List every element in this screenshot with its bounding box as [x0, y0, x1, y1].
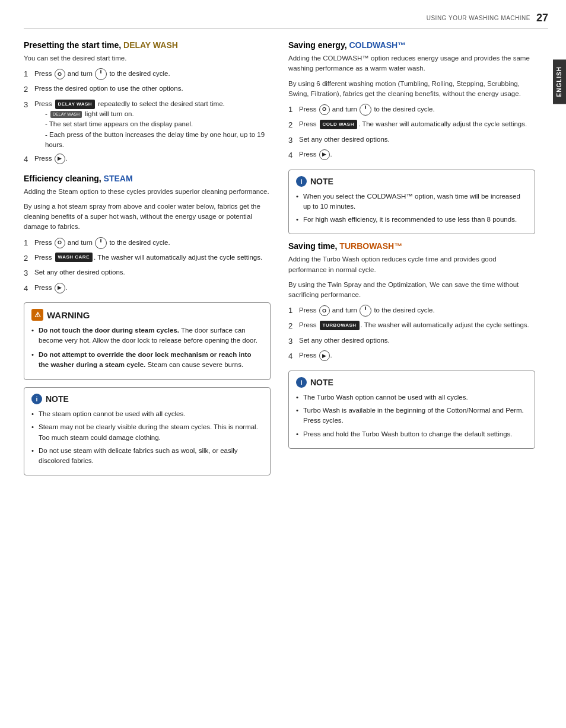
- dial-icon: [360, 104, 371, 116]
- step-item: 2 Press the desired option to use the ot…: [24, 84, 271, 95]
- step-item: 3 Set any other desired options.: [288, 135, 535, 146]
- step-item: 1 Press O and turn to the desired cycle.: [24, 237, 271, 249]
- presetting-section: Presetting the start time, DELAY WASH Yo…: [24, 40, 271, 165]
- left-column: Presetting the start time, DELAY WASH Yo…: [24, 40, 271, 483]
- saving-time-highlight: TURBOWASH™: [339, 241, 402, 251]
- step-item: 4 Press ▶.: [24, 154, 271, 165]
- play-icon: ▶: [55, 154, 65, 164]
- step-item: 4 Press ▶.: [288, 149, 535, 161]
- o-button-icon: O: [55, 69, 65, 79]
- note-content: The steam option cannot be used with all…: [31, 409, 263, 466]
- presetting-highlight: DELAY WASH: [123, 40, 178, 50]
- note-content: When you select the COLDWASH™ option, wa…: [296, 191, 527, 225]
- efficiency-desc2: By using a hot steam spray from above an…: [24, 202, 271, 232]
- note-item: Press and hold the Turbo Wash button to …: [296, 429, 527, 439]
- efficiency-highlight: STEAM: [104, 174, 133, 183]
- step-item: 2 Press WASH CARE. The washer will autom…: [24, 253, 271, 264]
- warning-item: Do not touch the door during steam cycle…: [31, 325, 263, 346]
- warning-icon: ⚠: [31, 309, 43, 321]
- warning-content: Do not touch the door during steam cycle…: [31, 325, 263, 370]
- efficiency-steps: 1 Press O and turn to the desired cycle.…: [24, 237, 271, 295]
- step-item: 2 Press TURBOWASH. The washer will autom…: [288, 320, 535, 332]
- note-item: Do not use steam with delicate fabrics s…: [31, 446, 263, 467]
- warning-box: ⚠ WARNING Do not touch the door during s…: [24, 302, 271, 380]
- efficiency-desc1: Adding the Steam option to these cycles …: [24, 187, 271, 197]
- play-icon: ▶: [319, 149, 330, 160]
- note-title: i NOTE: [296, 176, 527, 187]
- saving-energy-desc1: Adding the COLDWASH™ option reduces ener…: [288, 53, 535, 74]
- saving-time-section: Saving time, TURBOWASH™ Adding the Turbo…: [288, 241, 535, 362]
- saving-time-desc2: By using the Twin Spray and the Optimiza…: [288, 280, 535, 301]
- play-icon: ▶: [319, 350, 330, 361]
- note-title: i NOTE: [31, 394, 263, 404]
- saving-energy-highlight: COLDWASH™: [349, 40, 406, 50]
- note-icon: i: [296, 377, 307, 388]
- note-item: The Turbo Wash option cannot be used wit…: [296, 392, 527, 403]
- note-box-2: i NOTE When you select the COLDWASH™ opt…: [288, 170, 535, 235]
- saving-time-steps: 1 Press O and turn to the desired cycle.…: [288, 305, 535, 362]
- note-content: The Turbo Wash option cannot be used wit…: [296, 392, 527, 439]
- note-title: i NOTE: [296, 377, 527, 388]
- step-item: 3 Set any other desired options.: [288, 336, 535, 347]
- right-column: Saving energy, COLDWASH™ Adding the COLD…: [288, 40, 535, 483]
- step-item: 1 Press O and turn to the desired cycle.: [288, 305, 535, 317]
- step-item: 2 Press COLD WASH. The washer will autom…: [288, 119, 535, 131]
- dial-icon: [360, 305, 371, 317]
- turbowash-button-label: TURBOWASH: [320, 321, 360, 330]
- note-icon: i: [296, 176, 307, 187]
- wash-care-button-label: WASH CARE: [55, 253, 93, 262]
- cold-wash-button-label: COLD WASH: [320, 120, 357, 129]
- note-box-3: i NOTE The Turbo Wash option cannot be u…: [288, 371, 535, 449]
- page-container: USING YOUR WASHING MACHINE 27 ENGLISH Pr…: [0, 0, 566, 494]
- step-item: 3 Press DELAY WASH repeatedly to select …: [24, 99, 271, 150]
- note-item: Steam may not be clearly visible during …: [31, 422, 263, 443]
- saving-energy-section: Saving energy, COLDWASH™ Adding the COLD…: [288, 40, 535, 161]
- dial-icon: [95, 68, 107, 80]
- delay-wash-button-label: DELAY WASH: [55, 100, 95, 109]
- saving-time-title: Saving time, TURBOWASH™: [288, 241, 535, 251]
- presetting-steps: 1 Press O and turn to the desired cycle.…: [24, 68, 271, 165]
- saving-energy-steps: 1 Press O and turn to the desired cycle.…: [288, 104, 535, 161]
- saving-time-desc1: Adding the Turbo Wash option reduces cyc…: [288, 254, 535, 275]
- o-button-icon: O: [319, 104, 330, 115]
- content-area: Presetting the start time, DELAY WASH Yo…: [24, 40, 535, 483]
- step-item: 1 Press O and turn to the desired cycle.: [24, 68, 271, 80]
- note-item: When you select the COLDWASH™ option, wa…: [296, 191, 527, 212]
- step-item: 1 Press O and turn to the desired cycle.: [288, 104, 535, 116]
- warning-item: Do not attempt to override the door lock…: [31, 350, 263, 371]
- step-item: 3 Set any other desired options.: [24, 267, 271, 279]
- note-item: For high wash efficiency, it is recommen…: [296, 215, 527, 225]
- note-box-1: i NOTE The steam option cannot be used w…: [24, 387, 271, 475]
- language-tab: ENGLISH: [553, 59, 566, 104]
- o-button-icon: O: [319, 305, 330, 316]
- o-button-icon: O: [55, 238, 65, 248]
- saving-energy-desc2: By using 6 different washing motion (Tum…: [288, 79, 535, 100]
- top-header: USING YOUR WASHING MACHINE 27: [24, 12, 548, 28]
- efficiency-section: Efficiency cleaning, STEAM Adding the St…: [24, 174, 271, 295]
- warning-title: ⚠ WARNING: [31, 309, 263, 321]
- note-icon: i: [31, 394, 42, 404]
- note-item: The steam option cannot be used with all…: [31, 409, 263, 419]
- page-number: 27: [536, 12, 548, 24]
- presetting-desc: You can set the desired start time.: [24, 53, 271, 63]
- presetting-title: Presetting the start time, DELAY WASH: [24, 40, 271, 50]
- note-item: Turbo Wash is available in the beginning…: [296, 405, 527, 426]
- saving-energy-title: Saving energy, COLDWASH™: [288, 40, 535, 50]
- header-subtitle: USING YOUR WASHING MACHINE: [427, 15, 530, 21]
- step-item: 4 Press ▶.: [24, 283, 271, 295]
- efficiency-title: Efficiency cleaning, STEAM: [24, 174, 271, 183]
- play-icon: ▶: [55, 283, 65, 293]
- dial-icon: [95, 237, 107, 249]
- step-item: 4 Press ▶.: [288, 350, 535, 362]
